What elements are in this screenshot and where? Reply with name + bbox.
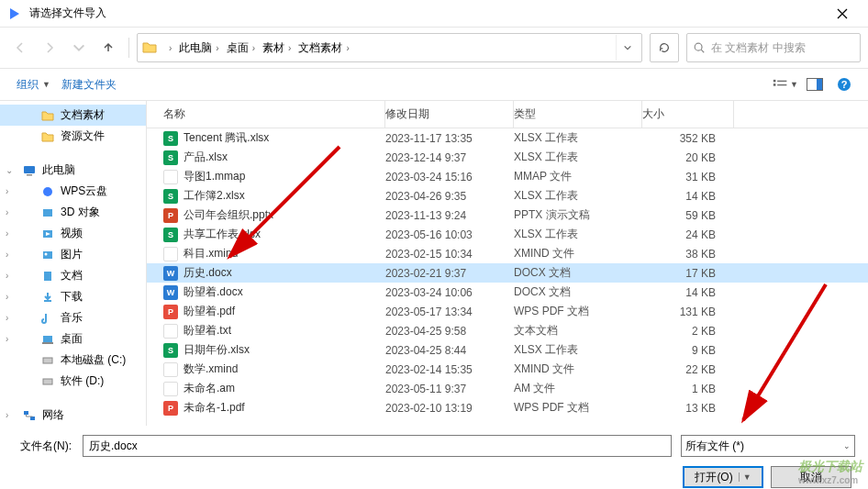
file-row[interactable]: S共享工作表.xlsx2023-05-16 10:03XLSX 工作表24 KB bbox=[147, 225, 868, 244]
drive-icon bbox=[40, 374, 55, 389]
file-row[interactable]: 盼望着.txt2023-04-25 9:58文本文档2 KB bbox=[147, 321, 868, 340]
sidebar-pc-item-3[interactable]: ›图片 bbox=[0, 244, 146, 265]
file-row[interactable]: S日期年份.xlsx2023-04-25 8:44XLSX 工作表9 KB bbox=[147, 340, 868, 360]
file-row[interactable]: 未命名.am2023-05-11 9:37AM 文件1 KB bbox=[147, 379, 868, 398]
file-type: WPS PDF 文档 bbox=[514, 400, 642, 416]
file-date: 2023-04-26 9:35 bbox=[385, 190, 514, 203]
forward-button[interactable] bbox=[37, 35, 62, 61]
file-name: 科目.xmind bbox=[184, 246, 238, 261]
back-button[interactable] bbox=[7, 35, 33, 61]
collapse-icon[interactable]: ⌄ bbox=[6, 165, 13, 175]
filename-input[interactable] bbox=[83, 435, 672, 457]
refresh-button[interactable] bbox=[650, 33, 679, 62]
breadcrumb-seg-0[interactable]: 此电脑› bbox=[175, 39, 222, 58]
file-icon bbox=[163, 170, 178, 184]
breadcrumb-seg-1[interactable]: 桌面› bbox=[223, 39, 259, 58]
col-size[interactable]: 大小 bbox=[642, 101, 734, 128]
file-icon bbox=[163, 324, 178, 339]
svg-rect-28 bbox=[30, 417, 35, 420]
close-button[interactable] bbox=[824, 0, 861, 28]
file-date: 2023-05-11 9:37 bbox=[385, 383, 514, 395]
breadcrumb-seg-3[interactable]: 文档素材› bbox=[295, 39, 352, 58]
open-button[interactable]: 打开(O)▼ bbox=[683, 466, 763, 488]
expand-icon[interactable]: › bbox=[6, 250, 8, 260]
file-row[interactable]: 导图1.mmap2023-03-24 15:16MMAP 文件31 KB bbox=[147, 167, 868, 186]
expand-icon[interactable]: › bbox=[6, 207, 8, 217]
breadcrumb-chevron[interactable]: › bbox=[161, 41, 175, 55]
sidebar-pc-item-4[interactable]: ›文档 bbox=[0, 265, 146, 286]
file-date: 2023-11-13 9:24 bbox=[385, 209, 514, 222]
expand-icon[interactable]: › bbox=[6, 271, 8, 281]
file-size: 31 KB bbox=[642, 171, 734, 183]
file-row[interactable]: P未命名-1.pdf2023-02-10 13:19WPS PDF 文档13 K… bbox=[147, 398, 868, 417]
new-folder-button[interactable]: 新建文件夹 bbox=[56, 73, 122, 96]
network-icon bbox=[22, 408, 37, 423]
expand-icon[interactable]: › bbox=[6, 410, 8, 420]
file-name: 共享工作表.xlsx bbox=[184, 227, 261, 242]
file-date: 2023-12-14 9:37 bbox=[385, 151, 514, 164]
sidebar-item-0[interactable]: 文档素材 bbox=[0, 105, 146, 126]
preview-pane-button[interactable] bbox=[802, 73, 828, 95]
search-box[interactable] bbox=[686, 33, 861, 62]
filter-select[interactable]: 所有文件 (*) ⌄ bbox=[681, 435, 855, 457]
expand-icon[interactable]: › bbox=[6, 292, 8, 302]
file-date: 2023-04-25 8:44 bbox=[385, 344, 514, 357]
sidebar-pc-item-8[interactable]: 本地磁盘 (C:) bbox=[0, 350, 146, 371]
sidebar-this-pc[interactable]: ⌄ 此电脑 bbox=[0, 160, 146, 181]
file-type: DOCX 文档 bbox=[514, 284, 642, 300]
sidebar-pc-item-6[interactable]: ›音乐 bbox=[0, 307, 146, 328]
address-bar[interactable]: › 此电脑› 桌面› 素材› 文档素材› bbox=[137, 33, 642, 62]
sidebar-item-1[interactable]: 资源文件 bbox=[0, 126, 146, 147]
up-button[interactable] bbox=[95, 35, 121, 61]
col-type[interactable]: 类型 bbox=[514, 101, 642, 128]
file-icon bbox=[163, 362, 178, 377]
sidebar-pc-item-2[interactable]: ›视频 bbox=[0, 223, 146, 244]
sidebar-pc-item-1[interactable]: ›3D 对象 bbox=[0, 202, 146, 223]
file-row[interactable]: 数学.xmind2023-02-14 15:35XMIND 文件22 KB bbox=[147, 360, 868, 379]
sidebar-network[interactable]: › 网络 bbox=[0, 405, 146, 426]
organize-menu[interactable]: 组织▼ bbox=[11, 73, 56, 96]
expand-icon[interactable]: › bbox=[6, 313, 8, 323]
file-row[interactable]: W盼望着.docx2023-03-24 10:06DOCX 文档14 KB bbox=[147, 283, 868, 302]
svg-text:?: ? bbox=[841, 79, 848, 90]
file-row[interactable]: P盼望着.pdf2023-05-17 13:34WPS PDF 文档131 KB bbox=[147, 302, 868, 321]
sidebar-pc-item-5[interactable]: ›下载 bbox=[0, 286, 146, 307]
sidebar-pc-item-0[interactable]: ›WPS云盘 bbox=[0, 181, 146, 202]
col-name[interactable]: 名称 bbox=[147, 101, 385, 128]
col-date[interactable]: 修改日期 bbox=[385, 101, 514, 128]
file-icon: W bbox=[163, 266, 178, 281]
expand-icon[interactable]: › bbox=[6, 334, 8, 344]
file-row[interactable]: S工作簿2.xlsx2023-04-26 9:35XLSX 工作表14 KB bbox=[147, 186, 868, 206]
view-mode-button[interactable]: ▼ bbox=[773, 73, 798, 95]
file-date: 2023-02-21 9:37 bbox=[385, 267, 514, 280]
expand-icon[interactable]: › bbox=[6, 228, 8, 239]
file-row[interactable]: S产品.xlsx2023-12-14 9:37XLSX 工作表20 KB bbox=[147, 148, 868, 167]
breadcrumb-seg-2[interactable]: 素材› bbox=[259, 39, 295, 58]
file-row[interactable]: STencent 腾讯.xlsx2023-11-17 13:35XLSX 工作表… bbox=[147, 128, 868, 148]
file-row[interactable]: 科目.xmind2023-02-15 10:34XMIND 文件38 KB bbox=[147, 244, 868, 263]
expand-icon[interactable]: › bbox=[6, 186, 8, 196]
file-date: 2023-03-24 10:06 bbox=[385, 286, 514, 299]
recent-dropdown[interactable] bbox=[66, 35, 92, 61]
file-name: 历史.docx bbox=[184, 265, 232, 281]
svg-rect-10 bbox=[817, 79, 822, 90]
file-icon: W bbox=[163, 285, 178, 300]
file-type: XLSX 工作表 bbox=[514, 150, 642, 165]
file-list[interactable]: STencent 腾讯.xlsx2023-11-17 13:35XLSX 工作表… bbox=[147, 128, 868, 426]
file-row[interactable]: W历史.docx2023-02-21 9:37DOCX 文档17 KB bbox=[147, 263, 868, 283]
address-dropdown[interactable] bbox=[616, 35, 638, 61]
file-row[interactable]: P公司年会组织.pptx2023-11-13 9:24PPTX 演示文稿59 K… bbox=[147, 206, 868, 225]
file-name: 产品.xlsx bbox=[184, 150, 228, 165]
file-size: 1 KB bbox=[642, 383, 734, 395]
sidebar-pc-item-7[interactable]: ›桌面 bbox=[0, 328, 146, 350]
search-input[interactable] bbox=[711, 41, 854, 54]
file-size: 131 KB bbox=[642, 306, 734, 318]
sidebar-pc-item-9[interactable]: 软件 (D:) bbox=[0, 371, 146, 392]
watermark: 极光下载站 www.xz7.com bbox=[798, 459, 862, 485]
help-button[interactable]: ? bbox=[831, 73, 857, 95]
file-type: XLSX 工作表 bbox=[514, 130, 642, 146]
svg-point-15 bbox=[43, 187, 52, 196]
file-size: 352 KB bbox=[642, 132, 734, 145]
svg-rect-7 bbox=[777, 81, 786, 82]
file-date: 2023-05-17 13:34 bbox=[385, 306, 514, 318]
